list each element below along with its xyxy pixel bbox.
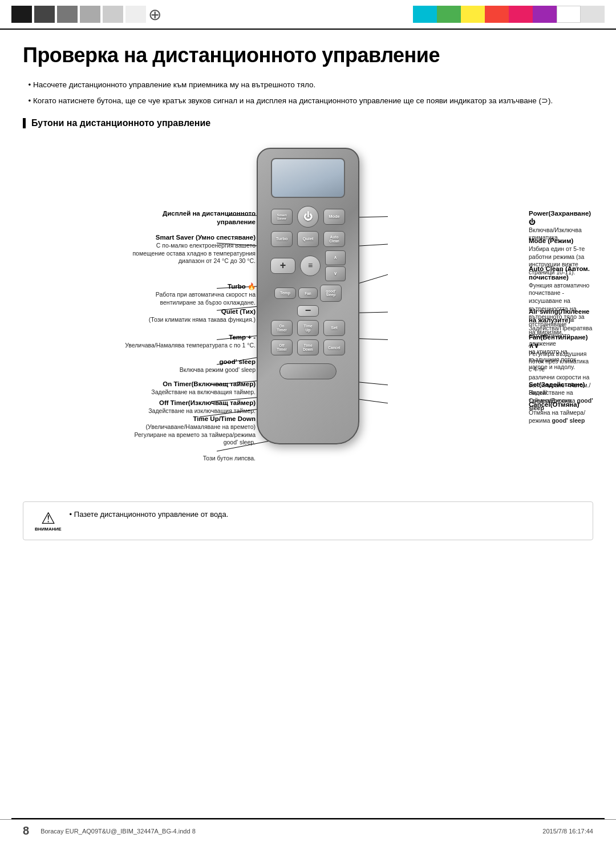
set-button[interactable]: Set xyxy=(323,320,345,336)
footer-line xyxy=(11,818,605,819)
swatch-cyan xyxy=(413,6,437,23)
warning-icon: ⚠ xyxy=(41,509,55,528)
warning-icon-wrap: ⚠ ВНИМАНИЕ xyxy=(35,510,62,532)
btn-row-timers2: Off Timer Time Down Cancel xyxy=(271,339,345,355)
swatch-light xyxy=(80,6,100,23)
note-text: • Пазете дистанционното управление от во… xyxy=(70,510,229,519)
power-button[interactable]: ⏻ xyxy=(297,206,319,228)
btn-row-2: Turbo Quiet Auto Clean xyxy=(271,231,345,247)
ann-cancel: Cancel(Отмяна) Отмяна на таймера/режима … xyxy=(529,400,593,424)
swing-button[interactable]: ≡ xyxy=(300,256,321,276)
ann-on-timer: On Timer(Включващ таймер) Задействане на… xyxy=(151,380,256,396)
good-sleep-button[interactable]: good' sleep xyxy=(320,285,342,302)
swatch-red xyxy=(485,6,509,23)
turbo-button[interactable]: Turbo xyxy=(271,231,293,247)
cancel-button[interactable]: Cancel xyxy=(323,339,345,355)
temp-label-button[interactable]: Temp xyxy=(274,288,296,299)
main-content: Проверка на дистанционното управление На… xyxy=(0,30,616,563)
swatch-pink xyxy=(509,6,533,23)
warning-label: ВНИМАНИЕ xyxy=(35,527,62,532)
swatch-white2 xyxy=(557,6,581,23)
footer-date: 2015/7/8 16:17:44 xyxy=(542,828,593,835)
top-bar-right-swatches xyxy=(413,6,605,23)
ann-turbo: Turbo 🔥 Работа при автоматична скорост н… xyxy=(156,282,256,306)
off-timer-button[interactable]: Off Timer xyxy=(271,339,293,355)
temp-plus-button[interactable]: + xyxy=(270,258,295,274)
swatch-purple xyxy=(533,6,557,23)
swatch-green xyxy=(437,6,461,23)
ann-display: Дисплей на дистанционното управление xyxy=(163,209,256,226)
note-box: ⚠ ВНИМАНИЕ • Пазете дистанционното управ… xyxy=(23,501,593,540)
quiet-button[interactable]: Quiet xyxy=(297,231,319,247)
footer-file-info: Boracay EUR_AQ09T&U@_IBIM_32447A_BG-4.in… xyxy=(40,828,196,835)
ann-temp: Temp + - Увеличава/Намалява температурат… xyxy=(125,333,256,350)
swatch-black xyxy=(11,6,32,23)
left-annotations: Дисплей на дистанционното управление Sma… xyxy=(23,142,256,484)
mode-button[interactable]: Mode xyxy=(323,209,345,225)
btn-row-1: Smart Saver ⏻ Mode xyxy=(271,206,345,228)
smart-saver-button[interactable]: Smart Saver xyxy=(271,209,293,225)
btn-row-timers1: On Timer Time Up Set xyxy=(271,320,345,336)
time-up-button[interactable]: Time Up xyxy=(297,320,319,336)
fan-label-button[interactable]: Fan xyxy=(298,288,318,299)
btn-row-bottom xyxy=(279,363,337,379)
remote-screen xyxy=(271,158,345,198)
crosshair-center: ⊕ xyxy=(148,5,161,24)
page-number: 8 xyxy=(11,824,29,837)
temp-minus-button[interactable]: − xyxy=(297,305,319,317)
ann-missing: Този бутон липсва. xyxy=(203,455,256,463)
page-title: Проверка на дистанционното управление xyxy=(23,43,593,67)
missing-button[interactable] xyxy=(279,363,337,379)
bullet-list: Насочете дистанционното управление към п… xyxy=(23,79,593,107)
ann-time: Time Up/Time Down (Увеличаване/Намаляван… xyxy=(134,415,256,447)
remote-body: Smart Saver ⏻ Mode Turbo Quiet Auto Clea… xyxy=(257,148,359,444)
bullet-item-2: Когато натиснете бутона, ще се чуе кратъ… xyxy=(33,95,593,107)
top-bar: ⊕ xyxy=(0,0,616,30)
footer: 8 Boracay EUR_AQ09T&U@_IBIM_32447A_BG-4.… xyxy=(0,819,616,842)
right-annotations: Power(Захранване) ⏻ Включва/Изключва кли… xyxy=(359,142,593,484)
fan-down-button[interactable]: ∨ xyxy=(325,266,346,281)
time-down-button[interactable]: Time Down xyxy=(297,339,319,355)
swatch-yellow xyxy=(461,6,485,23)
swatch-white xyxy=(125,6,146,23)
swatch-dark xyxy=(34,6,55,23)
swatch-gray xyxy=(581,6,605,23)
section-heading: Бутони на дистанционното управление xyxy=(23,118,593,128)
ann-off-timer: Off Timer(Изключващ таймер) Задействане … xyxy=(148,399,256,415)
btn-row-minus: − xyxy=(297,305,319,317)
fan-up-button[interactable]: ∧ xyxy=(325,250,346,265)
on-timer-button[interactable]: On Timer xyxy=(271,320,293,336)
btn-row-3: + ≡ ∧ ∨ xyxy=(270,250,346,281)
remote-diagram: Дисплей на дистанционното управление Sma… xyxy=(23,142,593,484)
remote-buttons: Smart Saver ⏻ Mode Turbo Quiet Auto Clea… xyxy=(258,203,358,383)
ann-smart-saver: Smart Saver (Умно спестяване) С по-малко… xyxy=(132,233,256,265)
top-bar-left-swatches: ⊕ xyxy=(11,5,161,24)
ann-good-sleep: good' sleep Включва режим good' sleep xyxy=(180,358,256,374)
btn-row-temp: Temp Fan good' sleep xyxy=(274,285,342,302)
bullet-item-1: Насочете дистанционното управление към п… xyxy=(33,79,593,91)
ann-quiet: Quiet (Тих) (Този климатик няма такава ф… xyxy=(149,307,256,324)
swatch-lighter xyxy=(103,6,123,23)
auto-clean-button[interactable]: Auto Clean xyxy=(323,231,345,247)
swatch-mid xyxy=(57,6,78,23)
